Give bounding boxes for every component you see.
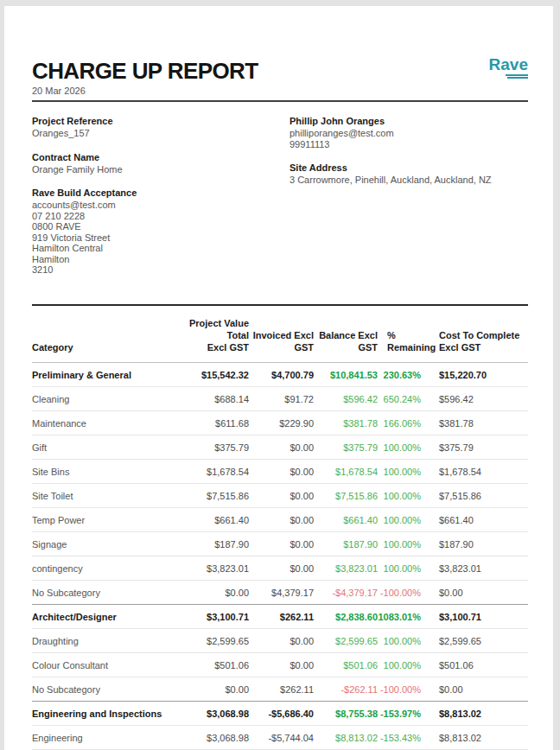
info-address-line: Hamilton [32,254,290,265]
charge-up-table: Category Project Value TotalExcl GST Inv… [32,304,528,750]
percent-remaining-cell: 100.00% [378,531,430,556]
cost-to-complete-cell: $596.42 [430,386,528,410]
cost-to-complete-cell: $3,823.01 [430,556,528,580]
info-label: Project Reference [32,116,290,127]
project-value-cell: $3,100.71 [170,604,249,628]
info-address-line: 919 Victoria Street [32,232,290,244]
percent-remaining-cell: 100.00% [378,628,430,652]
project-value-cell: $187.90 [170,531,249,556]
cost-to-complete-cell: $501.06 [430,652,528,677]
percent-remaining-cell: 1083.01% [378,604,430,628]
project-value-cell: $501.06 [170,652,249,677]
cost-to-complete-cell: $7,515.86 [430,483,528,507]
info-phone: 07 210 2228 [32,211,290,222]
report-date: 20 Mar 2026 [32,86,528,102]
percent-remaining-cell: 100.00% [378,556,430,580]
brand-logo: Rave [489,56,528,79]
category-cell: Site Toilet [32,483,170,507]
balance-cell: $2,838.60 [314,604,378,628]
project-value-cell: $1,678.54 [170,459,249,483]
header-line: Cost To Complete [439,329,528,341]
info-section: Project Reference Oranges_157 Contract N… [32,116,528,289]
report-page: CHARGE UP REPORT Rave 20 Mar 2026 Projec… [4,6,553,750]
percent-remaining-cell: -100.00% [378,677,430,701]
cost-to-complete-cell: $0.00 [430,677,528,701]
info-column-left: Project Reference Oranges_157 Contract N… [32,116,290,289]
invoiced-cell: $0.00 [249,652,314,677]
percent-remaining-cell: 100.00% [378,483,430,507]
invoiced-cell: $0.00 [249,628,314,652]
info-value: Orange Family Home [32,164,290,175]
project-value-cell: $7,515.86 [170,483,249,507]
table-row: Temp Power $661.40 $0.00 $661.40 100.00%… [32,507,528,531]
invoiced-cell: $229.90 [249,410,314,435]
info-address-line: 3 Carrowmore, Pinehill, Auckland, Auckla… [290,175,528,186]
percent-remaining-cell: 100.00% [378,435,430,459]
table-row: No Subcategory $0.00 $262.11 -$262.11 -1… [32,677,528,701]
category-cell: Cleaning [32,386,170,410]
percent-remaining-cell: 230.63% [378,362,430,386]
percent-remaining-cell: -153.43% [378,725,430,749]
header-line: Remaining [387,341,430,353]
percent-remaining-cell: 100.00% [378,652,430,677]
category-cell: Colour Consultant [32,652,170,677]
table-row: Site Bins $1,678.54 $0.00 $1,678.54 100.… [32,459,528,483]
percent-remaining-cell: -100.00% [378,580,430,604]
header-line: % [387,329,430,341]
table-row: Maintenance $611.68 $229.90 $381.78 166.… [32,410,528,435]
category-cell: Maintenance [32,410,170,435]
invoiced-cell: $0.00 [249,531,314,556]
table-row: Engineering $3,068.98 -$5,744.04 $8,813.… [32,725,528,749]
invoiced-cell: $262.11 [249,677,314,701]
invoiced-cell: $0.00 [249,556,314,580]
category-cell: Architect/Designer [32,604,170,628]
table-row: Preliminary & General $15,542.32 $4,700.… [32,362,528,386]
invoiced-cell: $0.00 [249,435,314,459]
cost-to-complete-cell: $3,100.71 [430,604,528,628]
info-phone: 0800 RAVE [32,221,290,232]
balance-cell: $1,678.54 [314,459,378,483]
table-row: No Subcategory $0.00 $4,379.17 -$4,379.1… [32,580,528,604]
invoiced-cell: $91.72 [249,386,314,410]
table-row: Architect/Designer $3,100.71 $262.11 $2,… [32,604,528,628]
project-value-cell: $375.79 [170,435,249,459]
balance-cell: $375.79 [314,435,378,459]
table-row: Engineering and Inspections $3,068.98 -$… [32,701,528,725]
balance-cell: $381.78 [314,410,378,435]
cost-to-complete-cell: $1,678.54 [430,459,528,483]
info-address-line: Hamilton Central [32,243,290,254]
info-block-contract-name: Contract Name Orange Family Home [32,152,290,175]
project-value-cell: $0.00 [170,580,249,604]
table-row: contingency $3,823.01 $0.00 $3,823.01 10… [32,556,528,580]
category-cell: Signage [32,531,170,556]
info-block-client: Phillip John Oranges philliporanges@test… [290,116,528,149]
balance-cell: $596.42 [314,386,378,410]
balance-cell: $501.06 [314,652,378,677]
info-label: Site Address [290,162,528,174]
cost-to-complete-cell: $661.40 [430,507,528,531]
invoiced-cell: -$5,686.40 [249,701,314,725]
category-cell: Engineering and Inspections [32,701,170,725]
balance-cell: $661.40 [314,507,378,531]
category-cell: Site Bins [32,459,170,483]
report-viewport: { "report": { "title": "CHARGE UP REPORT… [0,0,560,750]
balance-cell: $8,813.02 [314,725,378,749]
info-email: philliporanges@test.com [290,128,528,139]
header-line: Excl GST [170,341,249,353]
project-value-cell: $3,823.01 [170,556,249,580]
percent-remaining-cell: 100.00% [378,459,430,483]
balance-cell: $7,515.86 [314,483,378,507]
project-value-cell: $611.68 [170,410,249,435]
brand-logo-text: Rave [489,56,528,73]
invoiced-cell: $0.00 [249,507,314,531]
header-balance: Balance ExclGST [314,305,378,363]
header-line: Excl GST [439,341,528,353]
invoiced-cell: $4,379.17 [249,580,314,604]
balance-cell: $10,841.53 [314,362,378,386]
header-line: Invoiced Excl [249,329,314,341]
header-cost-to-complete: Cost To CompleteExcl GST [430,305,528,363]
info-label: Phillip John Oranges [290,116,528,127]
category-cell: Temp Power [32,507,170,531]
balance-cell: -$262.11 [314,677,378,701]
table-row: Site Toilet $7,515.86 $0.00 $7,515.86 10… [32,483,528,507]
